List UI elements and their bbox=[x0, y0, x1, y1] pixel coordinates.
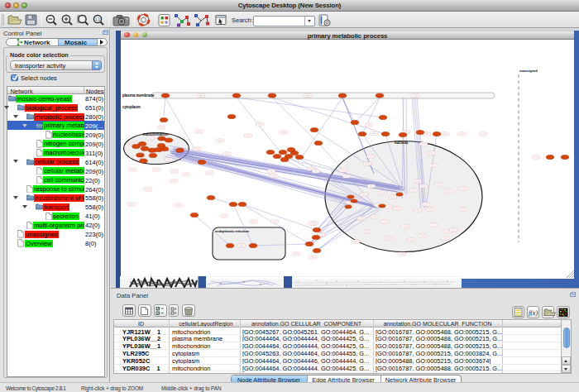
svg-text:endoplasmic reticulum: endoplasmic reticulum bbox=[215, 229, 250, 233]
svg-text:unassigned: unassigned bbox=[519, 69, 538, 73]
svg-text:nucleus: nucleus bbox=[395, 141, 409, 145]
svg-text:f(x): f(x) bbox=[529, 309, 538, 317]
svg-text:mitochondrion: mitochondrion bbox=[143, 132, 169, 136]
svg-text:plasma membrane: plasma membrane bbox=[122, 93, 155, 98]
svg-text:1:1: 1:1 bbox=[95, 17, 101, 22]
svg-text:cytoplasm: cytoplasm bbox=[122, 105, 141, 109]
